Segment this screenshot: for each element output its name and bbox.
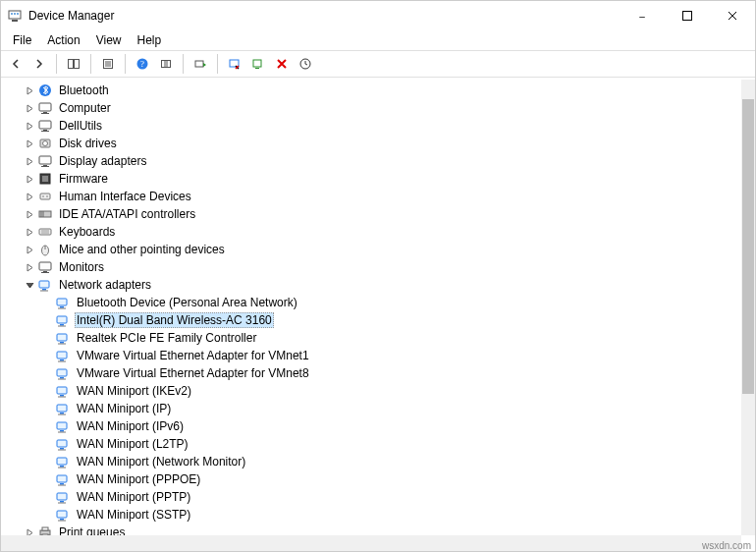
expand-icon[interactable] bbox=[23, 119, 36, 133]
disable-device-button[interactable] bbox=[224, 53, 245, 75]
expand-icon[interactable] bbox=[23, 260, 36, 274]
category-network[interactable]: Network adapters bbox=[1, 276, 741, 294]
network-adapter-item[interactable]: WAN Miniport (IKEv2) bbox=[1, 382, 741, 400]
svg-rect-31 bbox=[41, 166, 49, 167]
category-computer[interactable]: Computer bbox=[1, 99, 741, 117]
network-adapter-item-icon bbox=[55, 348, 71, 363]
expand-icon[interactable] bbox=[23, 154, 36, 168]
category-diskdrives-icon bbox=[37, 136, 53, 151]
svg-rect-30 bbox=[43, 165, 47, 166]
svg-point-28 bbox=[43, 141, 48, 146]
menu-view[interactable]: View bbox=[88, 31, 130, 49]
network-adapter-item[interactable]: WAN Miniport (SSTP) bbox=[1, 506, 741, 524]
svg-rect-80 bbox=[58, 468, 66, 469]
expand-icon[interactable] bbox=[23, 207, 36, 221]
network-adapter-item-icon bbox=[55, 418, 71, 434]
svg-rect-7 bbox=[75, 60, 80, 69]
category-ide[interactable]: IDE ATA/ATAPI controllers bbox=[1, 205, 741, 223]
network-adapter-item[interactable]: Intel(R) Dual Band Wireless-AC 3160 bbox=[1, 311, 741, 329]
menu-help[interactable]: Help bbox=[130, 31, 170, 49]
network-adapter-item[interactable]: WAN Miniport (PPTP) bbox=[1, 488, 741, 506]
svg-point-3 bbox=[14, 13, 16, 15]
expand-icon[interactable] bbox=[23, 83, 36, 97]
network-adapter-item[interactable]: Bluetooth Device (Personal Area Network) bbox=[1, 294, 741, 311]
category-printqueues[interactable]: Print queues bbox=[1, 524, 741, 535]
menu-action[interactable]: Action bbox=[39, 31, 87, 49]
watermark: wsxdn.com bbox=[702, 540, 751, 551]
svg-rect-14 bbox=[162, 61, 171, 68]
category-dellutils[interactable]: DellUtils bbox=[1, 117, 741, 135]
category-diskdrives[interactable]: Disk drives bbox=[1, 135, 741, 152]
expand-icon[interactable] bbox=[23, 225, 36, 239]
network-adapter-item-label: Realtek PCIe FE Family Controller bbox=[75, 331, 258, 345]
delete-button[interactable] bbox=[271, 53, 293, 75]
expander-spacer bbox=[40, 384, 54, 398]
network-adapter-item[interactable]: WAN Miniport (Network Monitor) bbox=[1, 453, 741, 470]
svg-rect-70 bbox=[60, 413, 64, 414]
svg-rect-33 bbox=[42, 176, 48, 182]
menu-file[interactable]: File bbox=[5, 31, 39, 49]
category-display-label: Display adapters bbox=[57, 154, 148, 168]
expand-icon[interactable] bbox=[23, 190, 36, 203]
category-bluetooth[interactable]: Bluetooth bbox=[1, 82, 741, 99]
back-button[interactable] bbox=[5, 53, 27, 75]
expand-icon[interactable] bbox=[23, 525, 36, 535]
network-adapter-item[interactable]: WAN Miniport (L2TP) bbox=[1, 435, 741, 453]
expand-icon[interactable] bbox=[23, 101, 36, 115]
network-adapter-item[interactable]: WAN Miniport (IP) bbox=[1, 400, 741, 417]
expand-icon[interactable] bbox=[23, 243, 36, 256]
network-adapter-item[interactable]: VMware Virtual Ethernet Adapter for VMne… bbox=[1, 347, 741, 364]
network-adapter-item[interactable]: WAN Miniport (IPv6) bbox=[1, 417, 741, 435]
svg-rect-89 bbox=[58, 521, 66, 522]
show-hide-console-button[interactable] bbox=[63, 53, 84, 75]
horizontal-scrollbar[interactable] bbox=[1, 535, 741, 551]
action-button[interactable] bbox=[155, 53, 177, 75]
svg-rect-81 bbox=[57, 475, 67, 482]
expander-spacer bbox=[40, 508, 54, 522]
forward-button[interactable] bbox=[28, 53, 50, 75]
category-firmware[interactable]: Firmware bbox=[1, 170, 741, 188]
category-monitors[interactable]: Monitors bbox=[1, 258, 741, 276]
expander-spacer bbox=[40, 472, 54, 486]
expander-spacer bbox=[40, 313, 54, 327]
help-button[interactable]: ? bbox=[132, 53, 153, 75]
svg-rect-57 bbox=[57, 334, 67, 341]
scan-hardware-button[interactable] bbox=[295, 53, 316, 75]
update-driver-button[interactable] bbox=[189, 53, 211, 75]
svg-rect-64 bbox=[60, 377, 64, 379]
svg-rect-34 bbox=[40, 193, 50, 199]
category-dellutils-icon bbox=[37, 118, 53, 134]
expand-icon[interactable] bbox=[23, 137, 36, 150]
svg-rect-61 bbox=[60, 359, 64, 361]
svg-rect-18 bbox=[255, 68, 259, 69]
device-tree[interactable]: BluetoothComputerDellUtilsDisk drivesDis… bbox=[1, 80, 741, 535]
svg-rect-66 bbox=[57, 387, 67, 394]
svg-rect-16 bbox=[230, 60, 239, 67]
svg-rect-82 bbox=[60, 483, 64, 485]
properties-button[interactable] bbox=[97, 53, 119, 75]
collapse-icon[interactable] bbox=[23, 278, 36, 292]
category-network-icon bbox=[37, 277, 53, 293]
svg-rect-79 bbox=[60, 466, 64, 468]
network-adapter-item[interactable]: Realtek PCIe FE Family Controller bbox=[1, 329, 741, 347]
network-adapter-item-label: WAN Miniport (PPTP) bbox=[75, 490, 192, 504]
network-adapter-item[interactable]: VMware Virtual Ethernet Adapter for VMne… bbox=[1, 364, 741, 382]
category-hid[interactable]: Human Interface Devices bbox=[1, 188, 741, 205]
category-display-icon bbox=[37, 153, 53, 169]
maximize-button[interactable] bbox=[665, 1, 710, 30]
svg-rect-54 bbox=[57, 316, 67, 323]
category-mice[interactable]: Mice and other pointing devices bbox=[1, 241, 741, 258]
network-adapter-item-label: WAN Miniport (SSTP) bbox=[75, 508, 192, 522]
category-keyboards[interactable]: Keyboards bbox=[1, 223, 741, 241]
svg-point-2 bbox=[11, 13, 13, 15]
category-display[interactable]: Display adapters bbox=[1, 152, 741, 170]
svg-rect-65 bbox=[58, 379, 66, 380]
uninstall-device-button[interactable] bbox=[247, 53, 269, 75]
close-button[interactable] bbox=[710, 1, 755, 30]
network-adapter-item[interactable]: WAN Miniport (PPPOE) bbox=[1, 470, 741, 488]
minimize-button[interactable]: – bbox=[620, 1, 665, 30]
vertical-scrollbar[interactable] bbox=[741, 80, 755, 535]
expand-icon[interactable] bbox=[23, 172, 36, 186]
svg-rect-76 bbox=[60, 448, 64, 450]
svg-rect-45 bbox=[39, 262, 51, 270]
